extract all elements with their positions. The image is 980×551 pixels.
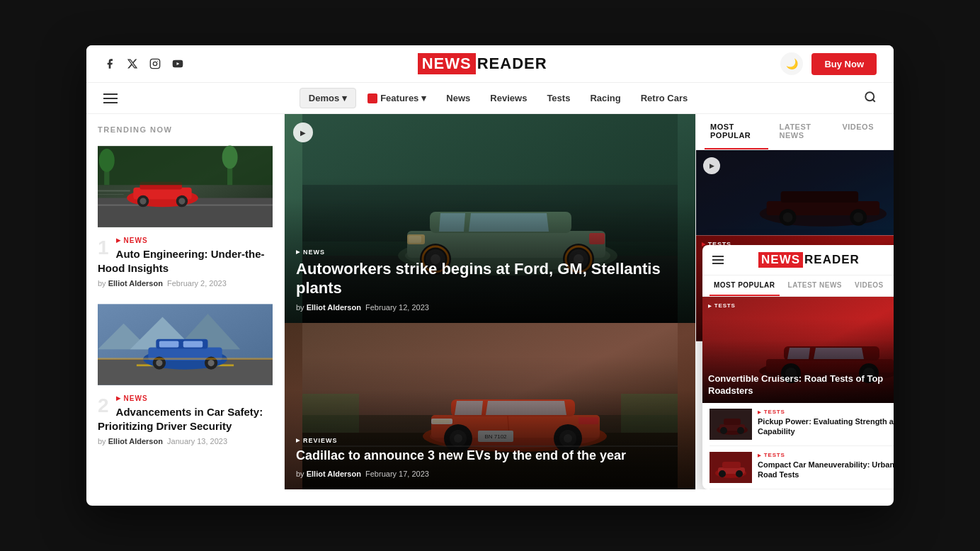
right-sidebar: MOST POPULAR LATEST NEWS VIDEOS [695,114,894,489]
nav-item-demos[interactable]: Demos ▾ [300,88,356,108]
sidebar-tab-most-popular[interactable]: MOST POPULAR [705,114,768,149]
sidebar-play-button[interactable]: ▶ [703,157,720,174]
chevron-down-icon: ▾ [342,93,347,103]
sidebar-tab-latest-news[interactable]: LATEST NEWS [774,114,831,149]
youtube-icon[interactable] [171,57,184,70]
second-article[interactable]: BN 7102 REVIEWS Cadillac to announce 3 n… [285,323,695,489]
svg-point-86 [850,209,867,226]
svg-rect-44 [430,212,571,233]
mobile-tabs: MOST POPULAR LATEST NEWS VIDEOS [702,276,894,297]
nav-items: Demos ▾ Features ▾ News Reviews Tests Ra… [132,88,864,108]
svg-point-14 [178,198,185,205]
svg-rect-88 [696,150,894,235]
mobile-logo[interactable]: NEWS READER [758,252,860,268]
svg-point-87 [853,212,863,222]
svg-point-129 [737,427,744,434]
mobile-header: NEWS READER [702,245,894,276]
facebook-icon[interactable] [103,57,116,70]
trending-number-2: 2 [98,396,109,416]
social-icons [103,57,184,70]
svg-rect-32 [183,341,203,347]
featured-article-author[interactable]: Elliot Alderson [307,303,361,312]
sidebar-video-thumb[interactable]: ▶ [696,150,894,235]
sidebar-tab-videos[interactable]: VIDEOS [836,114,879,149]
hamburger-menu[interactable] [103,93,118,103]
trending-label: TRENDING NOW [98,125,273,134]
mobile-thumb-1 [710,409,752,440]
svg-point-36 [208,360,215,366]
features-icon [368,93,377,103]
trending-tag-1: NEWS [116,237,273,244]
second-article-meta: by Elliot Alderson February 17, 2023 [296,470,684,478]
svg-point-4 [865,92,874,101]
nav-item-tests[interactable]: Tests [538,89,579,108]
svg-rect-66 [431,419,452,424]
twitter-x-icon[interactable] [126,57,139,70]
top-bar: NEWS READER 🌙 Buy Now [86,45,894,83]
chevron-down-icon: ▾ [421,93,426,103]
dark-mode-button[interactable]: 🌙 [780,52,803,75]
mobile-tab-latest-news[interactable]: LATEST NEWS [784,276,846,296]
svg-rect-118 [784,346,879,360]
header-right: 🌙 Buy Now [780,52,877,75]
mobile-item-2-content: TESTS Compact Car Maneuverability: Urban… [758,452,894,483]
featured-article-title: Autoworkers strike begins at Ford, GM, S… [296,260,684,297]
mobile-hamburger[interactable] [712,256,724,264]
mobile-list-item-2[interactable]: TESTS Compact Car Maneuverability: Urban… [710,446,894,489]
mobile-logo-reader: READER [804,253,860,267]
mobile-overlay: NEWS READER MOST POPULAR LATEST NEWS VID… [702,245,894,489]
trending-item-1[interactable]: 1 NEWS Auto Engineering: Under-the-Hood … [98,142,273,288]
second-article-title: Cadillac to announce 3 new EVs by the en… [296,448,684,464]
trending-author-1[interactable]: Elliot Alderson [108,279,163,288]
svg-point-12 [139,198,146,205]
main-content: TRENDING NOW [86,114,894,489]
svg-rect-31 [159,341,178,347]
instagram-icon[interactable] [149,57,161,70]
nav-item-racing[interactable]: Racing [581,89,629,108]
svg-rect-67 [433,419,450,424]
nav-item-features[interactable]: Features ▾ [359,89,435,108]
trending-image-2 [98,300,273,389]
svg-point-34 [156,360,162,366]
trending-author-2[interactable]: Elliot Alderson [108,437,163,445]
featured-article[interactable]: ▶ NEWS Autoworkers strike begins at Ford… [285,114,695,323]
trending-meta-2: by Elliot Alderson January 13, 2023 [98,437,273,445]
svg-rect-16 [98,194,124,195]
trending-number-1: 1 [98,238,109,258]
svg-point-2 [157,61,158,62]
mobile-list-item-1[interactable]: TESTS Pickup Power: Evaluating Strength … [710,403,894,446]
mobile-tab-videos[interactable]: VIDEOS [850,276,888,296]
second-article-tag: REVIEWS [296,437,684,444]
svg-rect-127 [724,419,741,425]
mobile-featured-title: Convertible Cruisers: Road Tests of Top … [708,373,894,397]
second-article-author[interactable]: Elliot Alderson [307,470,361,478]
nav-item-retro-cars[interactable]: Retro Cars [632,89,696,108]
svg-rect-83 [781,191,859,203]
featured-article-meta: by Elliot Alderson February 12, 2023 [296,303,684,312]
mobile-featured-tag: TESTS [708,302,736,309]
nav-item-reviews[interactable]: Reviews [482,89,535,108]
search-icon[interactable] [864,91,877,106]
featured-article-overlay: NEWS Autoworkers strike begins at Ford, … [285,237,695,323]
play-button[interactable]: ▶ [293,123,313,142]
svg-rect-17 [98,146,273,185]
left-sidebar: TRENDING NOW [86,114,285,489]
mobile-tab-most-popular[interactable]: MOST POPULAR [710,276,780,296]
svg-point-134 [719,470,726,477]
svg-point-135 [736,470,743,477]
svg-point-19 [99,149,115,172]
mobile-featured[interactable]: TESTS Convertible Cruisers: Road Tests o… [702,297,894,403]
svg-rect-133 [722,462,741,468]
site-logo[interactable]: NEWS READER [418,53,547,74]
nav-bar: Demos ▾ Features ▾ News Reviews Tests Ra… [86,83,894,114]
svg-rect-37 [98,358,273,360]
svg-rect-82 [767,201,879,215]
trending-item-2[interactable]: 2 NEWS Advancements in Car Safety: Prior… [98,300,273,445]
trending-title-2: Advancements in Car Safety: Prioritizing… [98,405,273,433]
buy-now-button[interactable]: Buy Now [811,53,877,75]
svg-point-128 [720,427,727,434]
mobile-item-2-tag: TESTS [758,452,894,458]
center-content: ▶ NEWS Autoworkers strike begins at Ford… [285,114,695,489]
browser-window: NEWS READER 🌙 Buy Now Demos ▾ Features ▾ [86,45,894,506]
nav-item-news[interactable]: News [438,89,479,108]
